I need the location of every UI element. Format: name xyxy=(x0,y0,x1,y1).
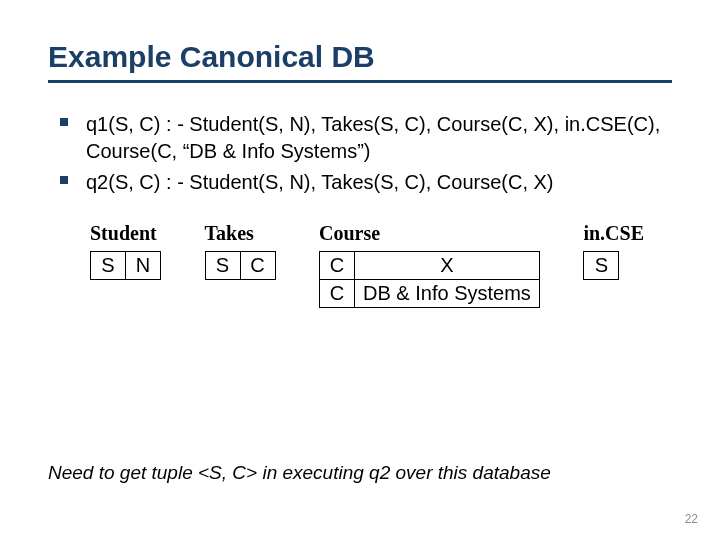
table-student: Student S N xyxy=(90,222,161,280)
table-cell: C xyxy=(320,252,355,280)
title-underline xyxy=(48,80,672,83)
table-cell: N xyxy=(126,252,161,280)
table-incse: in.CSE S xyxy=(583,222,644,280)
table-row: S N xyxy=(91,252,161,280)
tables-row: Student S N Takes S C Course C xyxy=(48,222,672,308)
table-cell: S xyxy=(91,252,126,280)
footer-note: Need to get tuple <S, C> in executing q2… xyxy=(48,462,672,484)
table-cell: S xyxy=(205,252,240,280)
table-grid: C X C DB & Info Systems xyxy=(319,251,540,308)
table-name: Student xyxy=(90,222,157,245)
table-cell: C xyxy=(240,252,275,280)
page-number: 22 xyxy=(685,512,698,526)
bullet-item: q2(S, C) : - Student(S, N), Takes(S, C),… xyxy=(60,169,672,196)
slide: Example Canonical DB q1(S, C) : - Studen… xyxy=(0,0,720,540)
table-grid: S N xyxy=(90,251,161,280)
bullet-item: q1(S, C) : - Student(S, N), Takes(S, C),… xyxy=(60,111,672,165)
table-grid: S C xyxy=(205,251,276,280)
slide-title: Example Canonical DB xyxy=(48,40,672,74)
table-row: S C xyxy=(205,252,275,280)
table-cell: S xyxy=(584,252,619,280)
table-name: Course xyxy=(319,222,380,245)
table-course: Course C X C DB & Info Systems xyxy=(319,222,540,308)
table-name: Takes xyxy=(205,222,254,245)
table-row: S xyxy=(584,252,619,280)
bullet-list: q1(S, C) : - Student(S, N), Takes(S, C),… xyxy=(48,111,672,196)
table-takes: Takes S C xyxy=(205,222,276,280)
table-cell: DB & Info Systems xyxy=(355,280,540,308)
table-cell: X xyxy=(355,252,540,280)
table-name: in.CSE xyxy=(583,222,644,245)
table-row: C X xyxy=(320,252,540,280)
table-grid: S xyxy=(583,251,619,280)
table-row: C DB & Info Systems xyxy=(320,280,540,308)
table-cell: C xyxy=(320,280,355,308)
